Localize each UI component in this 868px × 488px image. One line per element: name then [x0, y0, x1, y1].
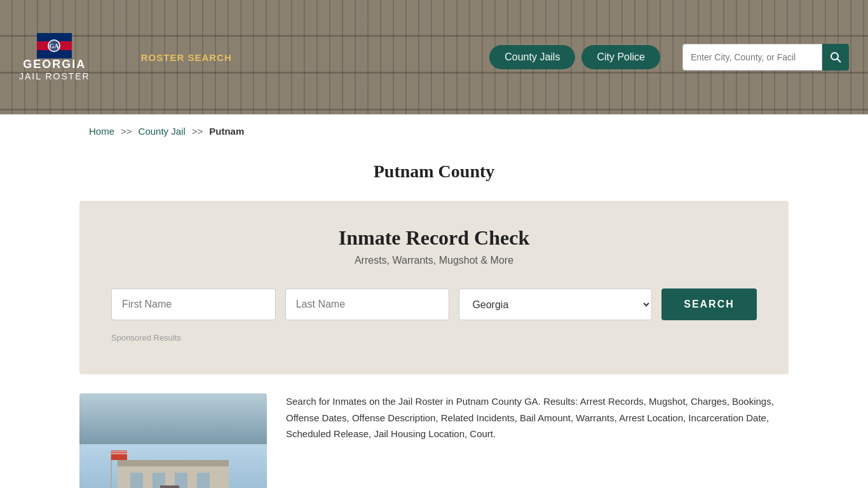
svg-rect-15 — [197, 473, 210, 488]
breadcrumb-sep-2: >> — [192, 126, 203, 137]
svg-line-7 — [837, 59, 841, 62]
site-header: GA GEORGIA JAIL ROSTER ROSTER SEARCH Cou… — [0, 0, 868, 114]
sponsored-results-label: Sponsored Results — [111, 333, 757, 342]
county-jails-button[interactable]: County Jails — [489, 45, 575, 69]
city-police-button[interactable]: City Police — [581, 45, 660, 69]
inmate-check-title: Inmate Record Check — [111, 226, 757, 250]
header-search-input[interactable] — [682, 44, 822, 71]
breadcrumb-sep-1: >> — [121, 126, 132, 137]
jail-image — [79, 393, 267, 488]
jail-description: Search for Inmates on the Jail Roster in… — [286, 393, 789, 442]
main-nav: ROSTER SEARCH County Jails City Police — [141, 44, 849, 71]
breadcrumb-current: Putnam — [209, 126, 244, 137]
first-name-input[interactable] — [111, 288, 276, 320]
page-title-area: Putnam County — [0, 149, 868, 201]
inmate-check-subtitle: Arrests, Warrants, Mugshot & More — [111, 255, 757, 266]
header-search-area — [682, 44, 849, 71]
breadcrumb: Home >> County Jail >> Putnam — [0, 114, 868, 149]
last-name-input[interactable] — [285, 288, 450, 320]
page-title: Putnam County — [0, 161, 868, 182]
svg-text:GA: GA — [50, 43, 60, 50]
breadcrumb-home[interactable]: Home — [89, 126, 114, 137]
roster-search-link[interactable]: ROSTER SEARCH — [141, 52, 232, 63]
georgia-flag-icon: GA — [37, 33, 72, 58]
site-logo: GA GEORGIA JAIL ROSTER — [19, 33, 90, 82]
svg-rect-16 — [160, 485, 179, 488]
header-search-button[interactable] — [822, 44, 849, 71]
inmate-form-row: Georgia Alabama Alaska Arizona Arkansas … — [111, 288, 757, 320]
logo-jail-roster: JAIL ROSTER — [19, 71, 90, 82]
logo-georgia: GEORGIA — [23, 58, 86, 71]
breadcrumb-county-jail[interactable]: County Jail — [139, 126, 186, 137]
nav-buttons: County Jails City Police — [489, 45, 660, 69]
state-select[interactable]: Georgia Alabama Alaska Arizona Arkansas … — [459, 288, 652, 320]
inmate-check-section: Inmate Record Check Arrests, Warrants, M… — [79, 201, 789, 374]
bottom-section: Search for Inmates on the Jail Roster in… — [0, 374, 868, 488]
search-icon — [830, 51, 841, 63]
inmate-search-button[interactable]: SEARCH — [661, 288, 757, 320]
jail-building-icon — [79, 444, 267, 488]
svg-rect-12 — [130, 473, 143, 488]
svg-rect-11 — [118, 460, 229, 466]
